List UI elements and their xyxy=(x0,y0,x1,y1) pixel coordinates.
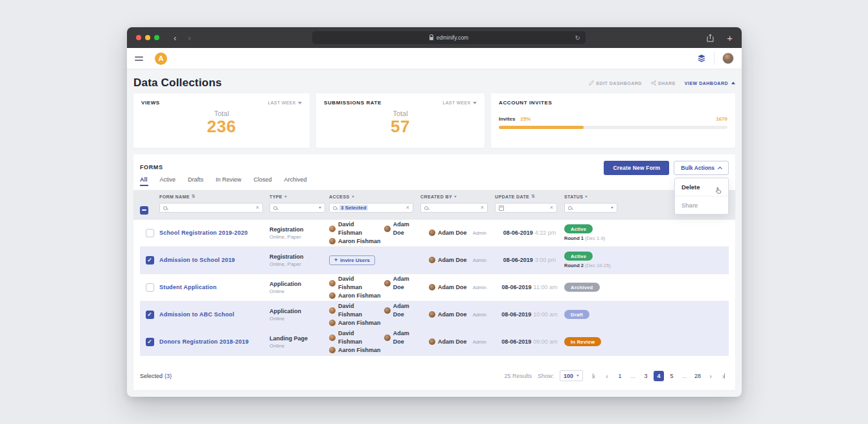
created-by-user: Adam DoeAdmin xyxy=(429,311,486,318)
close-window-button[interactable] xyxy=(136,35,141,40)
clear-filter-icon[interactable]: × xyxy=(256,205,259,211)
row-checkbox[interactable]: ✓ xyxy=(146,338,154,346)
clear-filter-icon[interactable]: × xyxy=(481,205,484,211)
minimize-window-button[interactable] xyxy=(145,35,150,40)
access-user: David Fishman xyxy=(329,329,378,346)
edit-dashboard-button[interactable]: EDIT DASHBOARD xyxy=(589,80,641,86)
layers-icon[interactable] xyxy=(697,54,706,63)
form-name-link[interactable]: Student Application xyxy=(159,284,269,290)
filter-status[interactable] xyxy=(564,203,617,213)
status-badge: Active xyxy=(564,252,593,261)
selected-count[interactable]: (3) xyxy=(165,373,172,379)
menu-icon[interactable] xyxy=(135,56,143,61)
search-icon xyxy=(568,206,572,210)
filter-type[interactable] xyxy=(269,203,325,213)
page-button-active[interactable]: 4 xyxy=(654,371,664,381)
tab-all[interactable]: All xyxy=(140,176,148,186)
last-page-button[interactable]: › xyxy=(718,371,729,381)
avatar xyxy=(384,335,391,341)
select-all-checkbox[interactable] xyxy=(140,206,148,215)
menu-item-share[interactable]: Share xyxy=(675,196,728,214)
avatar xyxy=(329,320,336,326)
address-bar[interactable]: edminify.com ↻ xyxy=(312,31,586,44)
table-row[interactable]: School Registration 2019-2020 Registrati… xyxy=(140,220,729,247)
clear-filter-icon[interactable]: × xyxy=(406,205,409,211)
column-update-date[interactable]: UPDATE DATE⇅ xyxy=(495,194,564,199)
filter-created-by[interactable]: × xyxy=(420,203,488,213)
submissions-range-select[interactable]: LAST WEEK xyxy=(442,100,477,105)
page-button[interactable]: 28 xyxy=(692,371,703,381)
bulk-actions-button[interactable]: Bulk Actions xyxy=(674,161,729,175)
sort-icon[interactable]: ⇅ xyxy=(531,194,535,199)
form-name-link[interactable]: Donors Registration 2018-2019 xyxy=(159,338,269,345)
sort-icon[interactable]: ⇅ xyxy=(192,194,196,199)
column-form-name[interactable]: FORM NAME⇅ xyxy=(159,194,269,199)
row-checkbox[interactable]: ✓ xyxy=(146,311,154,319)
lock-icon xyxy=(429,37,433,40)
avatar xyxy=(429,311,435,318)
tab-in-review[interactable]: In Review xyxy=(216,176,242,186)
table-row[interactable]: ✓ Donors Registration 2018-2019 Landing … xyxy=(140,329,729,356)
app-logo[interactable]: A xyxy=(155,53,167,65)
row-checkbox[interactable] xyxy=(146,229,154,237)
next-page-button[interactable]: › xyxy=(705,371,716,381)
avatar xyxy=(329,292,336,299)
page-button[interactable]: 3 xyxy=(641,371,651,381)
form-type: Registration xyxy=(269,226,329,233)
page-ellipsis: ... xyxy=(628,371,638,381)
tab-active[interactable]: Active xyxy=(160,176,176,186)
invites-percent: 25% xyxy=(520,116,531,122)
first-page-button[interactable]: ‹ xyxy=(589,371,599,381)
tab-archived[interactable]: Archived xyxy=(284,176,307,186)
avatar xyxy=(384,280,391,287)
column-access[interactable]: ACCESS xyxy=(329,194,420,199)
views-range-select[interactable]: LAST WEEK xyxy=(268,100,302,105)
maximize-window-button[interactable] xyxy=(154,35,159,40)
table-row[interactable]: ✓ Admission to School 2019 Registration … xyxy=(140,247,729,274)
refresh-icon[interactable]: ↻ xyxy=(575,34,580,41)
filter-update-date[interactable]: × xyxy=(495,203,557,213)
create-new-form-button[interactable]: Create New Form xyxy=(604,161,669,175)
row-checkbox[interactable]: ✓ xyxy=(146,256,154,265)
prev-page-button[interactable]: ‹ xyxy=(602,371,612,381)
form-name-link[interactable]: School Registration 2019-2020 xyxy=(159,230,269,236)
page-ellipsis: ... xyxy=(680,371,690,381)
dropdown-icon[interactable] xyxy=(319,207,321,209)
page-button[interactable]: 1 xyxy=(615,371,625,381)
access-user: Aaron Fishman xyxy=(329,319,381,327)
dropdown-icon[interactable] xyxy=(611,207,613,209)
new-tab-icon[interactable]: + xyxy=(727,33,733,43)
form-name-link[interactable]: Admission to School 2019 xyxy=(159,257,269,263)
table-row[interactable]: Student Application Application Online D… xyxy=(140,274,729,301)
invites-progress-bar xyxy=(499,126,727,129)
status-round: Round 2 xyxy=(564,263,584,268)
filter-access[interactable]: 3 Selected × xyxy=(329,203,413,213)
avatar xyxy=(384,226,391,232)
view-dashboard-button[interactable]: VIEW DAHBOARD xyxy=(685,81,735,86)
filter-form-name[interactable]: × xyxy=(159,203,263,213)
access-user: David Fishman xyxy=(329,220,378,237)
column-type[interactable]: TYPE xyxy=(269,194,329,199)
share-dashboard-button[interactable]: SHARE xyxy=(651,80,676,86)
page-button[interactable]: 5 xyxy=(667,371,677,381)
tab-closed[interactable]: Closed xyxy=(254,176,272,186)
form-type-sub: Online xyxy=(269,289,329,294)
access-user: Adam Doe xyxy=(384,329,420,346)
access-user: Adam Doe xyxy=(384,275,420,292)
search-icon xyxy=(333,206,337,210)
table-row[interactable]: ✓ Admission to ABC School Application On… xyxy=(140,301,729,329)
avatar xyxy=(329,335,336,341)
browser-back-button[interactable]: ‹ xyxy=(174,33,176,43)
tab-drafts[interactable]: Drafts xyxy=(188,176,203,186)
browser-share-icon[interactable] xyxy=(707,34,714,42)
invite-users-button[interactable]: + Invire Users xyxy=(329,255,375,265)
column-created-by[interactable]: CREATED BY xyxy=(420,194,495,199)
user-avatar[interactable] xyxy=(722,53,734,64)
page-size-select[interactable]: 100 xyxy=(560,370,583,381)
row-checkbox[interactable] xyxy=(146,283,154,292)
form-name-link[interactable]: Admission to ABC School xyxy=(159,311,269,318)
submissions-card: SUBMISSIONS RATE LAST WEEK Total 57 xyxy=(316,93,485,148)
browser-forward-button[interactable]: › xyxy=(188,33,190,43)
clear-filter-icon[interactable]: × xyxy=(550,205,553,211)
update-date: 08-06-2019 xyxy=(503,257,533,263)
